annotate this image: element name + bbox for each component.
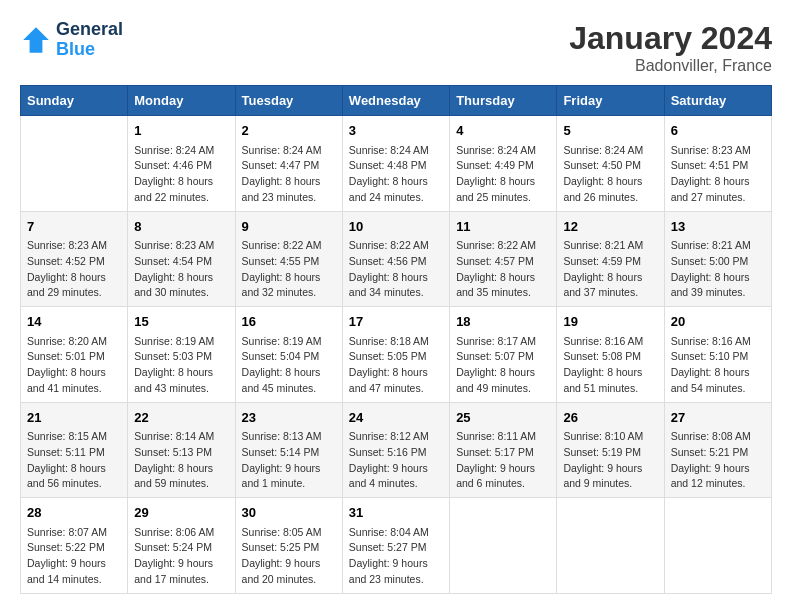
day-number: 27 [671, 408, 765, 428]
day-number: 3 [349, 121, 443, 141]
calendar-cell: 19Sunrise: 8:16 AMSunset: 5:08 PMDayligh… [557, 307, 664, 403]
calendar-cell: 20Sunrise: 8:16 AMSunset: 5:10 PMDayligh… [664, 307, 771, 403]
page-title: January 2024 [569, 20, 772, 57]
day-number: 20 [671, 312, 765, 332]
day-info: Sunrise: 8:22 AMSunset: 4:55 PMDaylight:… [242, 238, 336, 301]
day-number: 31 [349, 503, 443, 523]
day-info: Sunrise: 8:21 AMSunset: 4:59 PMDaylight:… [563, 238, 657, 301]
calendar-cell: 10Sunrise: 8:22 AMSunset: 4:56 PMDayligh… [342, 211, 449, 307]
day-info: Sunrise: 8:20 AMSunset: 5:01 PMDaylight:… [27, 334, 121, 397]
day-number: 18 [456, 312, 550, 332]
day-info: Sunrise: 8:11 AMSunset: 5:17 PMDaylight:… [456, 429, 550, 492]
day-info: Sunrise: 8:19 AMSunset: 5:04 PMDaylight:… [242, 334, 336, 397]
day-number: 15 [134, 312, 228, 332]
calendar-week-row: 21Sunrise: 8:15 AMSunset: 5:11 PMDayligh… [21, 402, 772, 498]
calendar-cell: 26Sunrise: 8:10 AMSunset: 5:19 PMDayligh… [557, 402, 664, 498]
day-info: Sunrise: 8:19 AMSunset: 5:03 PMDaylight:… [134, 334, 228, 397]
calendar-cell: 24Sunrise: 8:12 AMSunset: 5:16 PMDayligh… [342, 402, 449, 498]
calendar-cell: 15Sunrise: 8:19 AMSunset: 5:03 PMDayligh… [128, 307, 235, 403]
calendar-cell: 1Sunrise: 8:24 AMSunset: 4:46 PMDaylight… [128, 116, 235, 212]
day-number: 10 [349, 217, 443, 237]
day-info: Sunrise: 8:23 AMSunset: 4:54 PMDaylight:… [134, 238, 228, 301]
svg-marker-0 [23, 27, 49, 53]
day-number: 5 [563, 121, 657, 141]
calendar-cell: 8Sunrise: 8:23 AMSunset: 4:54 PMDaylight… [128, 211, 235, 307]
day-number: 30 [242, 503, 336, 523]
day-info: Sunrise: 8:05 AMSunset: 5:25 PMDaylight:… [242, 525, 336, 588]
day-info: Sunrise: 8:24 AMSunset: 4:47 PMDaylight:… [242, 143, 336, 206]
calendar-week-row: 28Sunrise: 8:07 AMSunset: 5:22 PMDayligh… [21, 498, 772, 594]
day-info: Sunrise: 8:24 AMSunset: 4:46 PMDaylight:… [134, 143, 228, 206]
weekday-header: Monday [128, 86, 235, 116]
day-info: Sunrise: 8:10 AMSunset: 5:19 PMDaylight:… [563, 429, 657, 492]
day-number: 28 [27, 503, 121, 523]
day-info: Sunrise: 8:23 AMSunset: 4:51 PMDaylight:… [671, 143, 765, 206]
calendar-cell: 2Sunrise: 8:24 AMSunset: 4:47 PMDaylight… [235, 116, 342, 212]
day-info: Sunrise: 8:16 AMSunset: 5:10 PMDaylight:… [671, 334, 765, 397]
calendar-cell: 28Sunrise: 8:07 AMSunset: 5:22 PMDayligh… [21, 498, 128, 594]
day-info: Sunrise: 8:15 AMSunset: 5:11 PMDaylight:… [27, 429, 121, 492]
day-number: 7 [27, 217, 121, 237]
day-number: 24 [349, 408, 443, 428]
calendar-cell: 30Sunrise: 8:05 AMSunset: 5:25 PMDayligh… [235, 498, 342, 594]
calendar-cell: 23Sunrise: 8:13 AMSunset: 5:14 PMDayligh… [235, 402, 342, 498]
day-info: Sunrise: 8:22 AMSunset: 4:56 PMDaylight:… [349, 238, 443, 301]
calendar-cell: 27Sunrise: 8:08 AMSunset: 5:21 PMDayligh… [664, 402, 771, 498]
title-block: January 2024 Badonviller, France [569, 20, 772, 75]
calendar-cell: 17Sunrise: 8:18 AMSunset: 5:05 PMDayligh… [342, 307, 449, 403]
day-info: Sunrise: 8:21 AMSunset: 5:00 PMDaylight:… [671, 238, 765, 301]
day-info: Sunrise: 8:24 AMSunset: 4:48 PMDaylight:… [349, 143, 443, 206]
day-info: Sunrise: 8:22 AMSunset: 4:57 PMDaylight:… [456, 238, 550, 301]
day-info: Sunrise: 8:12 AMSunset: 5:16 PMDaylight:… [349, 429, 443, 492]
weekday-header: Friday [557, 86, 664, 116]
page-header: General Blue January 2024 Badonviller, F… [20, 20, 772, 75]
page-subtitle: Badonviller, France [569, 57, 772, 75]
day-number: 19 [563, 312, 657, 332]
day-info: Sunrise: 8:13 AMSunset: 5:14 PMDaylight:… [242, 429, 336, 492]
logo-icon [20, 24, 52, 56]
day-info: Sunrise: 8:04 AMSunset: 5:27 PMDaylight:… [349, 525, 443, 588]
calendar-week-row: 7Sunrise: 8:23 AMSunset: 4:52 PMDaylight… [21, 211, 772, 307]
logo: General Blue [20, 20, 123, 60]
day-number: 1 [134, 121, 228, 141]
calendar-cell [450, 498, 557, 594]
day-info: Sunrise: 8:08 AMSunset: 5:21 PMDaylight:… [671, 429, 765, 492]
calendar-cell [664, 498, 771, 594]
day-number: 13 [671, 217, 765, 237]
calendar-cell [557, 498, 664, 594]
day-info: Sunrise: 8:18 AMSunset: 5:05 PMDaylight:… [349, 334, 443, 397]
day-number: 2 [242, 121, 336, 141]
calendar-cell: 3Sunrise: 8:24 AMSunset: 4:48 PMDaylight… [342, 116, 449, 212]
calendar-table: SundayMondayTuesdayWednesdayThursdayFrid… [20, 85, 772, 594]
day-number: 8 [134, 217, 228, 237]
day-info: Sunrise: 8:14 AMSunset: 5:13 PMDaylight:… [134, 429, 228, 492]
calendar-cell: 16Sunrise: 8:19 AMSunset: 5:04 PMDayligh… [235, 307, 342, 403]
day-info: Sunrise: 8:06 AMSunset: 5:24 PMDaylight:… [134, 525, 228, 588]
day-number: 6 [671, 121, 765, 141]
header-row: SundayMondayTuesdayWednesdayThursdayFrid… [21, 86, 772, 116]
day-number: 22 [134, 408, 228, 428]
day-number: 12 [563, 217, 657, 237]
logo-text: General Blue [56, 20, 123, 60]
calendar-cell: 9Sunrise: 8:22 AMSunset: 4:55 PMDaylight… [235, 211, 342, 307]
day-number: 17 [349, 312, 443, 332]
day-number: 11 [456, 217, 550, 237]
weekday-header: Wednesday [342, 86, 449, 116]
calendar-cell: 21Sunrise: 8:15 AMSunset: 5:11 PMDayligh… [21, 402, 128, 498]
calendar-cell: 25Sunrise: 8:11 AMSunset: 5:17 PMDayligh… [450, 402, 557, 498]
calendar-cell: 31Sunrise: 8:04 AMSunset: 5:27 PMDayligh… [342, 498, 449, 594]
calendar-week-row: 1Sunrise: 8:24 AMSunset: 4:46 PMDaylight… [21, 116, 772, 212]
day-number: 25 [456, 408, 550, 428]
day-info: Sunrise: 8:24 AMSunset: 4:50 PMDaylight:… [563, 143, 657, 206]
day-number: 21 [27, 408, 121, 428]
weekday-header: Saturday [664, 86, 771, 116]
calendar-cell: 29Sunrise: 8:06 AMSunset: 5:24 PMDayligh… [128, 498, 235, 594]
day-info: Sunrise: 8:16 AMSunset: 5:08 PMDaylight:… [563, 334, 657, 397]
calendar-cell: 12Sunrise: 8:21 AMSunset: 4:59 PMDayligh… [557, 211, 664, 307]
day-number: 26 [563, 408, 657, 428]
calendar-cell: 13Sunrise: 8:21 AMSunset: 5:00 PMDayligh… [664, 211, 771, 307]
calendar-cell: 4Sunrise: 8:24 AMSunset: 4:49 PMDaylight… [450, 116, 557, 212]
day-number: 29 [134, 503, 228, 523]
weekday-header: Sunday [21, 86, 128, 116]
day-number: 23 [242, 408, 336, 428]
